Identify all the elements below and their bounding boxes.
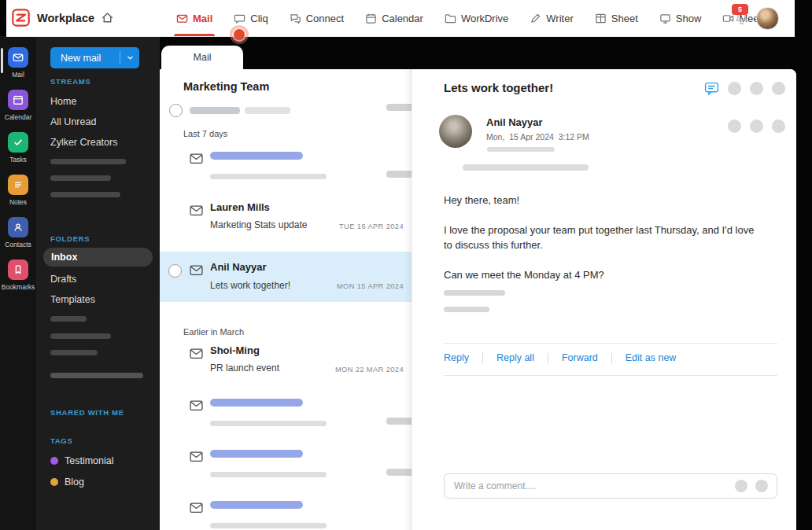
zoho-logo-icon xyxy=(11,8,31,28)
body-paragraph: Can we meet the Monday at 4 PM? xyxy=(444,268,762,283)
home-icon[interactable] xyxy=(101,11,114,24)
sent-timestamp: Mon, 15 Apr 2024 3:12 PM xyxy=(486,132,589,142)
message-row[interactable] xyxy=(160,497,412,530)
rail-item-bookmarks[interactable]: Bookmarks xyxy=(0,259,36,302)
message-row[interactable] xyxy=(160,148,412,195)
message-date: MON 15 APR 2024 xyxy=(337,282,404,290)
message-subject: PR launch event xyxy=(210,363,279,374)
sidebar-item-zylker-creators[interactable]: Zylker Creators xyxy=(50,137,117,148)
email-actions-row2 xyxy=(728,120,785,133)
connect-icon xyxy=(290,13,301,24)
tag-testimonial[interactable]: Testimonial xyxy=(50,455,114,466)
placeholder-action-button[interactable] xyxy=(735,480,747,492)
user-avatar[interactable] xyxy=(756,7,779,30)
divider xyxy=(548,353,548,363)
envelope-icon xyxy=(190,204,203,216)
new-mail-button[interactable]: New mail xyxy=(50,47,139,68)
notifications-button[interactable]: 5 xyxy=(734,9,749,25)
tag-label: Blog xyxy=(65,477,84,488)
mail-tab[interactable]: Mail xyxy=(161,46,243,69)
list-title: Marketing Team xyxy=(183,80,269,93)
tag-color-dot xyxy=(50,478,58,486)
app-nav: Mail Cliq Connect xyxy=(176,0,776,36)
reply-button[interactable]: Reply xyxy=(444,352,469,363)
rail-item-calendar[interactable]: Calendar xyxy=(0,90,36,132)
placeholder-action-button[interactable] xyxy=(728,82,741,95)
sidebar-item-drafts[interactable]: Drafts xyxy=(50,274,76,285)
sidebar-item-templates[interactable]: Templates xyxy=(50,294,95,305)
message-row[interactable] xyxy=(160,446,412,493)
notes-icon xyxy=(8,175,28,195)
message-row[interactable] xyxy=(160,395,412,442)
tab-mail[interactable]: Mail xyxy=(176,0,212,36)
mail-icon xyxy=(176,13,188,24)
tag-blog[interactable]: Blog xyxy=(50,477,84,488)
rail-item-tasks[interactable]: Tasks xyxy=(0,132,36,175)
chevron-down-icon[interactable] xyxy=(120,53,139,62)
comment-input[interactable] xyxy=(445,480,735,491)
rail-label: Notes xyxy=(9,198,27,206)
rail-item-contacts[interactable]: Contacts xyxy=(0,217,36,259)
skeleton-bar xyxy=(444,307,489,312)
skeleton-bar xyxy=(50,350,98,355)
sender-name: Anil Nayyar xyxy=(486,116,543,128)
tab-workdrive[interactable]: WorkDrive xyxy=(445,0,508,36)
forward-button[interactable]: Forward xyxy=(562,352,598,363)
placeholder-action-button[interactable] xyxy=(772,82,785,95)
placeholder-action-button[interactable] xyxy=(750,120,763,133)
message-row[interactable]: Shoi-Ming PR launch event MON 22 MAR 202… xyxy=(160,343,412,390)
message-date: MON 22 MAR 2024 xyxy=(335,366,404,374)
message-row-selected[interactable]: Anil Nayyar Lets work together! MON 15 A… xyxy=(160,252,412,302)
rail-label: Mail xyxy=(12,71,24,79)
skeleton-bar xyxy=(245,107,290,114)
nav-label: WorkDrive xyxy=(461,13,508,24)
tab-calendar[interactable]: Calendar xyxy=(365,0,423,36)
tab-connect[interactable]: Connect xyxy=(290,0,344,36)
rail-item-mail[interactable]: Mail xyxy=(0,47,36,90)
placeholder-action-button[interactable] xyxy=(750,82,763,95)
comment-icon[interactable] xyxy=(704,82,719,95)
bookmark-icon xyxy=(8,259,28,280)
envelope-icon xyxy=(190,399,203,411)
select-all-checkbox[interactable] xyxy=(169,104,183,117)
placeholder-action-button[interactable] xyxy=(755,480,768,492)
divider xyxy=(611,353,612,363)
envelope-icon xyxy=(190,153,203,164)
rail-label: Contacts xyxy=(5,241,31,248)
placeholder-action-button[interactable] xyxy=(772,120,785,133)
group-label: Last 7 days xyxy=(183,129,227,138)
placeholder-action-button[interactable] xyxy=(728,120,741,133)
mail-icon xyxy=(8,47,28,68)
sidebar-item-all-unread[interactable]: All Unread xyxy=(50,116,96,127)
body-paragraph: Hey there, team! xyxy=(444,193,762,208)
tag-label: Testimonial xyxy=(65,455,114,466)
skeleton-bar xyxy=(50,192,120,197)
skeleton-bar xyxy=(210,421,327,426)
tasks-icon xyxy=(8,132,28,153)
reading-pane: Lets work together! xyxy=(412,69,796,530)
rail-item-notes[interactable]: Notes xyxy=(0,175,36,217)
folders-section-label: FOLDERS xyxy=(50,234,90,243)
skeleton-bar xyxy=(210,472,327,477)
tab-show[interactable]: Show xyxy=(659,0,702,36)
envelope-icon xyxy=(190,502,203,513)
message-sender: Lauren Mills xyxy=(210,201,270,213)
sidebar-item-home[interactable]: Home xyxy=(50,96,76,107)
message-row[interactable]: Lauren Mills Marketing Stats update TUE … xyxy=(160,200,412,247)
reply-actions: Reply Reply all Forward Edit as new xyxy=(444,352,676,363)
nav-label: Connect xyxy=(306,13,344,24)
tab-writer[interactable]: Writer xyxy=(530,0,573,36)
sidebar-item-inbox[interactable]: Inbox xyxy=(43,248,153,267)
reply-all-button[interactable]: Reply all xyxy=(496,352,534,363)
divider xyxy=(444,343,777,344)
message-checkbox[interactable] xyxy=(168,264,182,278)
skeleton-bar xyxy=(50,373,143,378)
notification-badge: 5 xyxy=(732,4,748,15)
message-sender: Anil Nayyar xyxy=(210,261,267,273)
nav-label: Show xyxy=(676,13,702,24)
edit-as-new-button[interactable]: Edit as new xyxy=(626,352,677,363)
tab-sheet[interactable]: Sheet xyxy=(595,0,638,36)
group-label: Earlier in March xyxy=(183,327,244,337)
topbar: Workplace Mail Cliq xyxy=(6,0,795,37)
brand[interactable]: Workplace xyxy=(11,8,94,28)
